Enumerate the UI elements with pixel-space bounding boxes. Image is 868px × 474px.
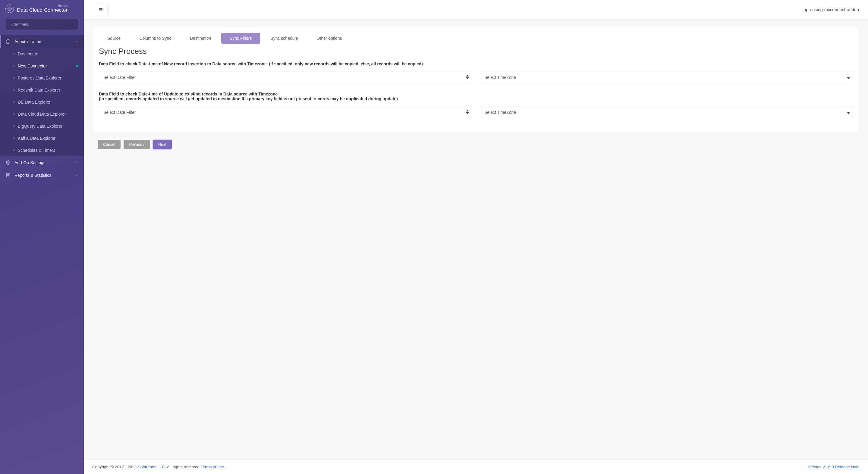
- select-date-filter-1-wrap: Select Date Filter: [99, 72, 472, 83]
- section2-hint: (In specified, records updated in source…: [99, 96, 853, 101]
- section-new-record: Data Field to check Date-time of New rec…: [99, 61, 853, 66]
- sidebar-item-label: Schedules & Timers: [18, 148, 56, 153]
- select-value: Select Date Filter: [103, 110, 135, 115]
- sidebar-item-label: Kafka Data Explorer: [18, 136, 56, 141]
- tab-destination[interactable]: Destination: [181, 33, 219, 44]
- filter-menu-wrap: [0, 19, 84, 33]
- footer-version: Version v1.6.0 Release Note: [808, 465, 860, 469]
- sidebar-item-new-connector[interactable]: New Connector: [0, 60, 84, 72]
- chevron-up-icon: [75, 40, 79, 43]
- footer-copyright: Copyright © 2017 - 2023 Softtrends LLC. …: [92, 465, 225, 469]
- footer-terms-link[interactable]: Terms of use: [201, 465, 224, 469]
- sidebar-item-bigquery[interactable]: BigQuery Data Explorer: [0, 120, 84, 132]
- sidebar-item-redshift[interactable]: Redshift Data Explorer: [0, 84, 84, 96]
- sidebar: ☺ Heroku Data Cloud Connector Administra…: [0, 0, 84, 474]
- sidebar-nav: Administration Dashboard New Connector P…: [0, 33, 84, 474]
- sidebar-item-kafka[interactable]: Kafka Data Explorer: [0, 132, 84, 144]
- nav-group-addon[interactable]: Add-On Settings: [0, 156, 84, 169]
- sidebar-item-label: Data Cloud Data Explorer: [18, 112, 66, 116]
- chevron-down-icon: [75, 173, 79, 177]
- cancel-button[interactable]: Cancel: [98, 140, 121, 149]
- app-name-label: app-using-mcconnect-addon: [804, 7, 859, 12]
- nav-group-label: Administration: [14, 39, 41, 44]
- footer-version-link[interactable]: Version v1.6.0: [808, 465, 835, 469]
- section1-label: Data Field to check Date-time of New rec…: [99, 61, 267, 66]
- info-icon: [5, 39, 11, 44]
- nav-group-reports[interactable]: Reports & Statistics: [0, 169, 84, 181]
- main-area: app-using-mcconnect-addon Source Columns…: [84, 0, 868, 474]
- tab-sync-filters[interactable]: Sync Filters: [221, 33, 260, 44]
- previous-button[interactable]: Previous: [124, 140, 150, 149]
- hamburger-button[interactable]: [93, 4, 108, 15]
- sidebar-item-label: Redshift Data Explorer: [18, 88, 60, 93]
- section2-label: Data Field to check Date-time of Update …: [99, 92, 278, 96]
- tabs: Source Columns to Sync Destination Sync …: [99, 33, 853, 44]
- select-timezone-2-wrap: Select TimeZone: [480, 107, 853, 118]
- section2-row: Select Date Filter Select TimeZone: [99, 107, 853, 118]
- next-button[interactable]: Next: [153, 140, 172, 149]
- select-timezone-2[interactable]: Select TimeZone: [480, 107, 853, 118]
- footer: Copyright © 2017 - 2023 Softtrends LLC. …: [84, 460, 868, 474]
- filter-menu-input[interactable]: [5, 19, 79, 30]
- select-value: Select TimeZone: [484, 75, 516, 80]
- nav-group-label: Add-On Settings: [14, 160, 45, 165]
- select-value: Select TimeZone: [484, 110, 516, 115]
- brand-block: Heroku Data Cloud Connector: [17, 4, 67, 13]
- wizard-buttons: Cancel Previous Next: [98, 140, 858, 149]
- sidebar-item-label: BigQuery Data Explorer: [18, 124, 62, 129]
- select-value: Select Date Filter: [103, 75, 135, 80]
- sidebar-item-label: DE Data Explorer: [18, 100, 51, 104]
- footer-company-link[interactable]: Softtrends LLC: [138, 465, 165, 469]
- sidebar-item-label: Dashboard: [18, 52, 38, 56]
- nav-group-administration[interactable]: Administration: [0, 35, 84, 48]
- topbar: app-using-mcconnect-addon: [84, 0, 868, 20]
- select-date-filter-2-wrap: Select Date Filter: [99, 107, 472, 118]
- sidebar-header: ☺ Heroku Data Cloud Connector: [0, 0, 84, 19]
- section-update-record: Data Field to check Date-time of Update …: [99, 92, 853, 101]
- sidebar-item-postgres[interactable]: Postgres Data Explorer: [0, 72, 84, 84]
- tab-columns[interactable]: Columns to Sync: [131, 33, 180, 44]
- brand-title: Data Cloud Connector: [17, 7, 67, 13]
- nav-group-label: Reports & Statistics: [14, 173, 51, 178]
- active-indicator-icon: [76, 65, 79, 67]
- sidebar-item-de[interactable]: DE Data Explorer: [0, 96, 84, 108]
- sidebar-item-label: New Connector: [18, 64, 47, 68]
- app-logo: ☺: [5, 4, 14, 13]
- tab-source[interactable]: Source: [99, 33, 129, 44]
- tab-other-options[interactable]: Other options: [308, 33, 350, 44]
- section1-hint: (If specified, only new records will be …: [268, 61, 423, 66]
- section1-row: Select Date Filter Select TimeZone: [99, 72, 853, 83]
- select-timezone-1-wrap: Select TimeZone: [480, 72, 853, 83]
- select-date-filter-1[interactable]: Select Date Filter: [99, 72, 472, 83]
- page-title: Sync Process: [99, 47, 853, 56]
- chevron-down-icon: [75, 161, 79, 164]
- sidebar-item-dashboard[interactable]: Dashboard: [0, 48, 84, 60]
- tab-sync-schedule[interactable]: Sync schedule: [262, 33, 306, 44]
- footer-release-link[interactable]: Release Note: [835, 465, 860, 469]
- select-date-filter-2[interactable]: Select Date Filter: [99, 107, 472, 118]
- report-icon: [5, 173, 11, 178]
- sidebar-item-schedules[interactable]: Schedules & Timers: [0, 144, 84, 156]
- content: Source Columns to Sync Destination Sync …: [84, 20, 868, 474]
- select-timezone-1[interactable]: Select TimeZone: [480, 72, 853, 83]
- logo-inner-icon: ☺: [7, 7, 12, 11]
- svg-point-3: [7, 162, 9, 163]
- admin-subitems: Dashboard New Connector Postgres Data Ex…: [0, 48, 84, 156]
- svg-rect-4: [7, 173, 10, 177]
- sidebar-item-datacloud[interactable]: Data Cloud Data Explorer: [0, 108, 84, 120]
- sidebar-item-label: Postgres Data Explorer: [18, 76, 61, 80]
- card: Source Columns to Sync Destination Sync …: [93, 27, 858, 132]
- gear-icon: [5, 160, 11, 165]
